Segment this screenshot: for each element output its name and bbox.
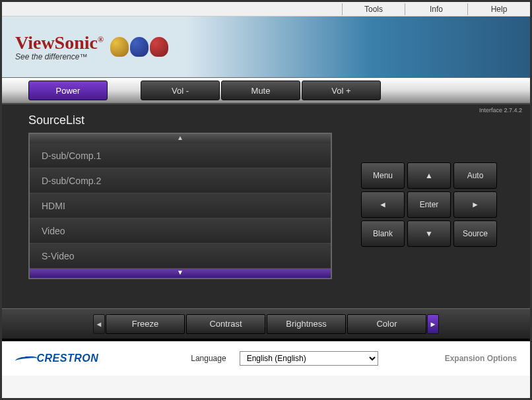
top-menu-bar: Tools Info Help [2,2,530,17]
strip-scroll-left[interactable]: ◄ [93,314,105,334]
logo: ViewSonic® See the difference™ [15,32,104,61]
menu-button[interactable]: Menu [361,162,405,189]
vol-up-button[interactable]: Vol + [302,81,381,100]
source-scroll-up[interactable]: ▲ [30,134,331,143]
source-list: ▲ D-sub/Comp.1 D-sub/Comp.2 HDMI Video S… [28,133,332,279]
auto-button[interactable]: Auto [453,162,497,189]
language-select[interactable]: English (English) [240,351,378,366]
mute-button[interactable]: Mute [221,81,300,100]
brightness-button[interactable]: Brightness [267,314,346,334]
color-button[interactable]: Color [347,314,426,334]
keypad: Menu ▲ Auto ◄ Enter ► Blank ▼ Source [361,162,497,247]
source-item-video[interactable]: Video [30,218,331,244]
menu-tools[interactable]: Tools [342,3,405,15]
footer: CRESTRON Language English (English) Expa… [2,339,530,376]
vol-down-button[interactable]: Vol - [141,81,220,100]
source-item-dsub1[interactable]: D-sub/Comp.1 [30,143,331,168]
expansion-options-link[interactable]: Expansion Options [445,354,517,363]
language-label: Language [191,354,226,363]
logo-tagline: See the difference™ [15,52,104,61]
strip-scroll-right[interactable]: ► [427,314,439,334]
bottom-strip: ◄ Freeze Contrast Brightness Color ► [2,308,530,339]
control-bar: Power Vol - Mute Vol + [2,77,530,104]
source-button[interactable]: Source [453,220,497,247]
arrow-up-button[interactable]: ▲ [407,162,451,189]
logo-birds-icon [110,37,168,57]
source-item-hdmi[interactable]: HDMI [30,193,331,218]
source-scroll-down[interactable]: ▼ [30,269,331,278]
arrow-left-button[interactable]: ◄ [361,191,405,218]
menu-info[interactable]: Info [405,3,467,15]
source-item-dsub2[interactable]: D-sub/Comp.2 [30,168,331,193]
freeze-button[interactable]: Freeze [106,314,185,334]
contrast-button[interactable]: Contrast [186,314,265,334]
arrow-right-button[interactable]: ► [453,191,497,218]
interface-version: Interface 2.7.4.2 [479,107,522,114]
crestron-logo: CRESTRON [15,352,98,364]
menu-help[interactable]: Help [467,3,530,15]
source-list-title: SourceList [28,114,504,127]
enter-button[interactable]: Enter [407,191,451,218]
main-panel: Interface 2.7.4.2 SourceList ▲ D-sub/Com… [2,104,530,308]
power-button[interactable]: Power [28,81,108,100]
source-item-svideo[interactable]: S-Video [30,244,331,269]
logo-brand: ViewSonic® [15,32,104,53]
arrow-down-button[interactable]: ▼ [407,220,451,247]
logo-bar: ViewSonic® See the difference™ [2,17,530,77]
blank-button[interactable]: Blank [361,220,405,247]
